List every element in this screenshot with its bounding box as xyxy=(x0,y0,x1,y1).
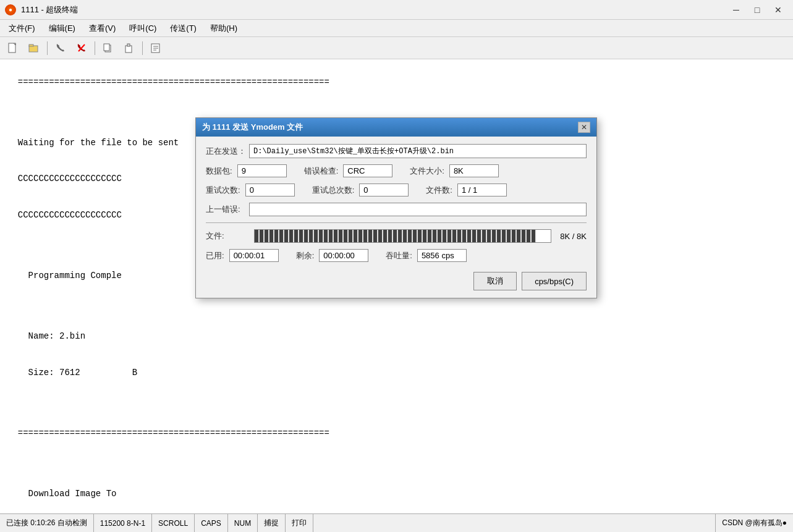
menu-view[interactable]: 查看(V) xyxy=(83,21,122,36)
terminal-line-14: Download Image To xyxy=(18,489,117,499)
status-scroll: SCROLL xyxy=(152,514,195,532)
info-row-2: 重试次数: 0 重试总次数: 0 文件数: 1 / 1 xyxy=(206,184,587,196)
svg-rect-5 xyxy=(104,44,109,51)
open-icon xyxy=(28,43,40,54)
close-button[interactable]: ✕ xyxy=(768,3,788,17)
menu-bar: 文件(F) 编辑(E) 查看(V) 呼叫(C) 传送(T) 帮助(H) xyxy=(0,20,793,37)
copy-button[interactable] xyxy=(99,40,117,57)
toolbar-sep1 xyxy=(47,41,48,55)
scroll-text: SCROLL xyxy=(158,519,188,528)
maximize-button[interactable]: □ xyxy=(747,3,767,17)
print-text: 打印 xyxy=(292,518,307,528)
total-retry-value: 0 xyxy=(359,184,409,196)
minimize-button[interactable]: ─ xyxy=(726,3,746,17)
throughput-value: 5856 cps xyxy=(417,249,467,262)
toolbar-sep3 xyxy=(142,41,143,55)
status-bar: 已连接 0:10:26 自动检测 115200 8-N-1 SCROLL CAP… xyxy=(0,513,793,532)
title-text: 1111 - 超级终端 xyxy=(21,4,78,15)
timing-row: 已用: 00:00:01 剩余: 00:00:00 吞吐量: 5856 cps xyxy=(206,249,587,262)
total-retry-label: 重试总次数: xyxy=(312,185,355,196)
dialog-sep1 xyxy=(206,222,587,223)
sending-path: D:\Daily_use\Stm32\按键_单双击长按+OTA升级\2.bin xyxy=(249,144,587,158)
properties-button[interactable] xyxy=(146,40,165,57)
progress-fill xyxy=(255,230,536,242)
ymodem-dialog[interactable]: 为 1111 发送 Ymodem 文件 ✕ 正在发送： D:\Daily_use… xyxy=(195,117,597,298)
status-baud: 115200 8-N-1 xyxy=(94,514,152,532)
throughput-label: 吞吐量: xyxy=(386,250,412,261)
last-error-label: 上一错误: xyxy=(206,204,249,215)
new-button[interactable] xyxy=(4,40,22,57)
dial-button[interactable] xyxy=(51,40,70,57)
sending-label: 正在发送： xyxy=(206,146,249,157)
file-progress-text: 8K / 8K xyxy=(560,232,587,241)
dialog-body: 正在发送： D:\Daily_use\Stm32\按键_单双击长按+OTA升级\… xyxy=(196,137,596,298)
terminal-line-7: Programming Comple xyxy=(18,271,122,281)
status-caps: CAPS xyxy=(195,514,228,532)
title-bar: ● 1111 - 超级终端 ─ □ ✕ xyxy=(0,0,793,20)
dialog-buttons: 取消 cps/bps(C) xyxy=(206,269,587,290)
menu-edit[interactable]: 编辑(E) xyxy=(43,21,82,36)
file-progress-bar xyxy=(254,229,551,243)
caps-text: CAPS xyxy=(201,519,221,528)
svg-rect-0 xyxy=(9,43,15,53)
paste-button[interactable] xyxy=(120,40,138,57)
terminal-line-1: ========================================… xyxy=(18,77,329,87)
status-connection: 已连接 0:10:26 自动检测 xyxy=(0,514,94,532)
status-capture: 捕捉 xyxy=(258,514,286,532)
retry-label: 重试次数: xyxy=(206,185,240,196)
app-icon: ● xyxy=(5,4,16,15)
svg-rect-6 xyxy=(125,46,132,53)
capture-text: 捕捉 xyxy=(264,518,279,528)
new-icon xyxy=(7,43,19,54)
file-count-label: 文件数: xyxy=(426,185,452,196)
properties-icon xyxy=(150,43,161,54)
sending-path-row: 正在发送： D:\Daily_use\Stm32\按键_单双击长按+OTA升级\… xyxy=(206,144,587,158)
toolbar xyxy=(0,37,793,59)
status-print: 打印 xyxy=(286,514,313,532)
copy-icon xyxy=(103,43,114,54)
file-label: 文件: xyxy=(206,230,249,242)
phone-icon xyxy=(55,43,66,54)
retry-value: 0 xyxy=(245,184,295,196)
menu-help[interactable]: 帮助(H) xyxy=(204,21,244,36)
packet-value: 9 xyxy=(237,164,287,177)
remaining-value: 00:00:00 xyxy=(319,249,368,262)
elapsed-label: 已用: xyxy=(206,250,224,261)
dialog-title-text: 为 1111 发送 Ymodem 文件 xyxy=(202,122,303,133)
last-error-value xyxy=(249,203,587,216)
dialog-titlebar: 为 1111 发送 Ymodem 文件 ✕ xyxy=(196,118,596,137)
elapsed-value: 00:00:01 xyxy=(229,249,279,262)
packet-label: 数据包: xyxy=(206,166,232,177)
file-size-label: 文件大小: xyxy=(410,166,444,177)
num-text: NUM xyxy=(234,519,251,528)
file-count-value: 1 / 1 xyxy=(457,184,507,196)
title-bar-controls: ─ □ ✕ xyxy=(726,3,788,17)
cps-bps-button[interactable]: cps/bps(C) xyxy=(522,272,587,290)
file-progress-row: 文件: 8K / 8K xyxy=(206,229,587,243)
info-row-1: 数据包: 9 错误检查: CRC 文件大小: 8K xyxy=(206,164,587,177)
menu-call[interactable]: 呼叫(C) xyxy=(123,21,163,36)
last-error-row: 上一错误: xyxy=(206,203,587,216)
menu-file[interactable]: 文件(F) xyxy=(2,21,41,36)
cancel-button[interactable]: 取消 xyxy=(473,272,517,290)
menu-transfer[interactable]: 传送(T) xyxy=(164,21,203,36)
terminal-line-10: Size: 7612 B xyxy=(18,368,137,378)
dialog-close-button[interactable]: ✕ xyxy=(578,122,590,133)
title-bar-left: ● 1111 - 超级终端 xyxy=(5,4,78,15)
baud-text: 115200 8-N-1 xyxy=(100,519,145,528)
svg-rect-2 xyxy=(29,44,33,46)
remaining-label: 剩余: xyxy=(296,250,315,261)
file-size-value: 8K xyxy=(449,164,499,177)
status-copyright: CSDN @南有孤岛● xyxy=(715,514,793,532)
error-check-value: CRC xyxy=(343,164,392,177)
terminal-line-12: ========================================… xyxy=(18,428,329,438)
paste-icon xyxy=(124,43,135,54)
open-button[interactable] xyxy=(25,40,43,57)
hangup-button[interactable] xyxy=(72,40,91,57)
hangup-icon xyxy=(76,43,87,54)
svg-rect-7 xyxy=(127,44,130,46)
toolbar-sep2 xyxy=(95,41,95,55)
terminal-line-9: Name: 2.bin xyxy=(18,331,85,341)
copyright-text: CSDN @南有孤岛● xyxy=(722,518,787,528)
status-num: NUM xyxy=(228,514,258,532)
